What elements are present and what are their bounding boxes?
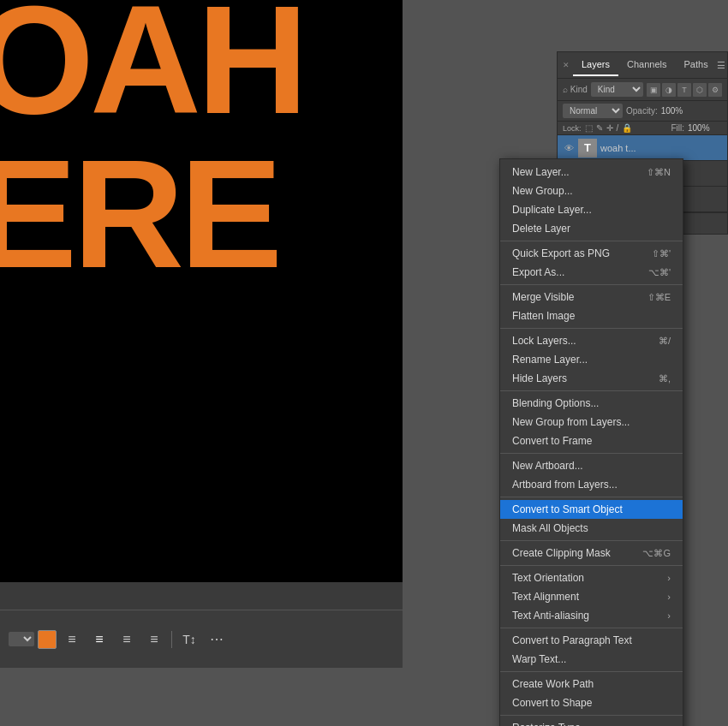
menu-mask-all-objects-label: Mask All Objects <box>512 522 588 534</box>
menu-create-clipping-mask[interactable]: Create Clipping Mask ⌥⌘G <box>500 544 683 562</box>
context-menu: New Layer... ⇧⌘N New Group... Duplicate … <box>499 158 683 726</box>
menu-new-group[interactable]: New Group... <box>500 182 683 200</box>
lock-all-button[interactable]: 🔒 <box>622 123 632 133</box>
menu-warp-text-label: Warp Text... <box>512 653 566 665</box>
menu-lock-layers[interactable]: Lock Layers... ⌘/ <box>500 331 683 350</box>
menu-text-alignment[interactable]: Text Alignment › <box>500 587 683 606</box>
fill-value: 100% <box>688 123 722 133</box>
menu-new-artboard[interactable]: New Artboard... <box>500 456 683 475</box>
menu-convert-smart-object-label: Convert to Smart Object <box>512 503 623 515</box>
menu-create-work-path-label: Create Work Path <box>512 678 594 690</box>
eye-icon-text[interactable]: 👁 <box>563 142 575 154</box>
menu-export-as[interactable]: Export As... ⌥⌘' <box>500 263 683 282</box>
lock-pos-button[interactable]: ✎ <box>596 123 603 133</box>
kind-dropdown[interactable]: Kind <box>591 82 643 97</box>
menu-quick-export-label: Quick Export as PNG <box>512 247 610 259</box>
more-options-button[interactable]: ⋯ <box>205 628 229 652</box>
canvas-text: OAHERE <box>0 0 304 291</box>
menu-hide-layers[interactable]: Hide Layers ⌘, <box>500 369 683 388</box>
layer-row-text[interactable]: 👁 T woah t... <box>558 135 727 161</box>
text-anti-aliasing-arrow-icon: › <box>667 610 671 621</box>
search-label: ⌕ Kind <box>563 85 588 94</box>
blend-mode-dropdown[interactable]: Normal <box>563 104 623 118</box>
menu-rename-layer[interactable]: Rename Layer... <box>500 350 683 369</box>
filter-smart-button[interactable]: ⚙ <box>708 83 722 97</box>
align-left-button[interactable]: ≡ <box>60 628 84 652</box>
menu-convert-to-frame[interactable]: Convert to Frame <box>500 431 683 450</box>
justify-button[interactable]: ≡ <box>142 628 166 652</box>
lock-pixel-button[interactable]: ⬚ <box>585 123 593 133</box>
menu-duplicate-layer[interactable]: Duplicate Layer... <box>500 200 683 219</box>
menu-merge-visible-label: Merge Visible <box>512 291 574 303</box>
menu-create-work-path[interactable]: Create Work Path <box>500 675 683 693</box>
tab-channels[interactable]: Channels <box>618 54 675 76</box>
filter-adj-button[interactable]: ◑ <box>662 83 676 97</box>
panel-blend: Normal Opacity: 100% <box>558 101 727 122</box>
menu-convert-smart-object[interactable]: Convert to Smart Object <box>500 500 683 519</box>
menu-sep-2 <box>500 284 683 285</box>
lock-artboard-button[interactable]: / <box>617 123 619 133</box>
menu-sep-10 <box>500 671 683 672</box>
lock-label: Lock: <box>563 124 582 133</box>
lock-move-button[interactable]: ✛ <box>606 123 613 133</box>
menu-delete-layer[interactable]: Delete Layer <box>500 219 683 238</box>
opacity-label: Opacity: <box>626 106 658 116</box>
menu-merge-visible[interactable]: Merge Visible ⇧⌘E <box>500 288 683 306</box>
toolbar-dropdown[interactable]: ▼ <box>9 632 34 646</box>
menu-flatten-image[interactable]: Flatten Image <box>500 306 683 325</box>
menu-convert-paragraph-text-label: Convert to Paragraph Text <box>512 634 632 646</box>
align-right-button[interactable]: ≡ <box>115 628 139 652</box>
menu-new-layer[interactable]: New Layer... ⇧⌘N <box>500 163 683 182</box>
panel-search: ⌕ Kind Kind ▣ ◑ T ⬡ ⚙ <box>558 79 727 101</box>
menu-artboard-from-layers[interactable]: Artboard from Layers... <box>500 475 683 494</box>
menu-hide-layers-label: Hide Layers <box>512 372 567 384</box>
menu-lock-layers-shortcut: ⌘/ <box>641 336 671 347</box>
layer-thumb-text: T <box>578 139 597 158</box>
menu-rasterize-type-label: Rasterize Type <box>512 722 581 726</box>
menu-convert-to-shape[interactable]: Convert to Shape <box>500 693 683 712</box>
menu-create-clipping-mask-shortcut: ⌥⌘G <box>625 548 671 559</box>
menu-text-orientation[interactable]: Text Orientation › <box>500 568 683 587</box>
menu-rasterize-type[interactable]: Rasterize Type <box>500 718 683 726</box>
menu-merge-visible-shortcut: ⇧⌘E <box>630 292 671 303</box>
text-options-button[interactable]: T↕ <box>177 628 201 652</box>
menu-artboard-from-layers-label: Artboard from Layers... <box>512 479 618 491</box>
search-icons: ▣ ◑ T ⬡ ⚙ <box>647 83 722 97</box>
filter-type-button[interactable]: T <box>677 83 691 97</box>
align-center-button[interactable]: ≡ <box>87 628 111 652</box>
panel-collapse-icon[interactable]: ✕ <box>563 61 570 69</box>
fill-label: Fill: <box>671 123 684 133</box>
menu-sep-6 <box>500 497 683 497</box>
filter-pixel-button[interactable]: ▣ <box>647 83 660 97</box>
toolbar-color-swatch[interactable] <box>38 630 57 649</box>
filter-shape-button[interactable]: ⬡ <box>693 83 707 97</box>
menu-hide-layers-shortcut: ⌘, <box>641 373 671 384</box>
menu-sep-1 <box>500 241 683 241</box>
menu-new-group-from-layers[interactable]: New Group from Layers... <box>500 413 683 431</box>
menu-sep-5 <box>500 453 683 454</box>
menu-new-group-label: New Group... <box>512 185 573 197</box>
menu-new-layer-label: New Layer... <box>512 166 570 178</box>
menu-text-anti-aliasing[interactable]: Text Anti-aliasing › <box>500 606 683 625</box>
menu-quick-export[interactable]: Quick Export as PNG ⇧⌘' <box>500 244 683 263</box>
menu-convert-paragraph-text[interactable]: Convert to Paragraph Text <box>500 631 683 650</box>
menu-flatten-image-label: Flatten Image <box>512 310 575 322</box>
menu-new-layer-shortcut: ⇧⌘N <box>630 167 671 178</box>
menu-mask-all-objects[interactable]: Mask All Objects <box>500 519 683 538</box>
menu-sep-11 <box>500 715 683 716</box>
menu-convert-to-frame-label: Convert to Frame <box>512 435 592 447</box>
menu-new-group-from-layers-label: New Group from Layers... <box>512 416 630 428</box>
tab-layers[interactable]: Layers <box>573 54 618 76</box>
menu-create-clipping-mask-label: Create Clipping Mask <box>512 547 611 559</box>
menu-quick-export-shortcut: ⇧⌘' <box>635 248 671 259</box>
tab-paths[interactable]: Paths <box>676 54 717 76</box>
layer-name-text: woah t... <box>600 143 722 153</box>
menu-new-artboard-label: New Artboard... <box>512 460 583 472</box>
menu-duplicate-layer-label: Duplicate Layer... <box>512 204 592 216</box>
menu-sep-7 <box>500 540 683 541</box>
menu-warp-text[interactable]: Warp Text... <box>500 650 683 669</box>
menu-text-alignment-label: Text Alignment <box>512 591 579 603</box>
panel-menu-icon[interactable]: ☰ <box>717 60 725 71</box>
menu-sep-3 <box>500 328 683 329</box>
menu-blending-options[interactable]: Blending Options... <box>500 394 683 413</box>
